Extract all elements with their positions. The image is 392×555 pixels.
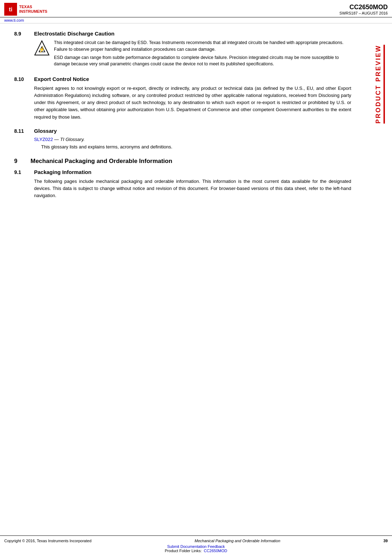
header: ti TEXAS INSTRUMENTS CC2650MOD SWRS187 –… [0, 0, 392, 17]
section-8-11-title: Glossary [34, 128, 57, 134]
section-9-1-body: The following pages include mechanical p… [34, 178, 351, 199]
section-9-1-heading: 9.1 Packaging Information [14, 169, 351, 175]
footer-copyright: Copyright © 2016, Texas Instruments Inco… [4, 539, 92, 543]
section-8-11-content: SLYZ022 — TI Glossary. This glossary lis… [34, 137, 351, 151]
esd-text-block: This integrated circuit can be damaged b… [54, 39, 351, 69]
product-name: CC2650MOD [339, 4, 388, 11]
section-8-10-heading: 8.10 Export Control Notice [14, 76, 351, 82]
logo-area: ti TEXAS INSTRUMENTS [4, 3, 47, 16]
section-8-11-number: 8.11 [14, 128, 28, 134]
section-9-1-content: The following pages include mechanical p… [34, 178, 351, 199]
esd-line1: This integrated circuit can be damaged b… [54, 39, 351, 53]
logo-line1: TEXAS [19, 5, 47, 9]
section-8-10-number: 8.10 [14, 76, 28, 82]
footer-page-number: 39 [383, 539, 388, 543]
logo-line2: INSTRUMENTS [19, 9, 47, 14]
section-9-1-number: 9.1 [14, 169, 28, 175]
section-8-10-body: Recipient agrees to not knowingly export… [34, 85, 351, 121]
header-right: CC2650MOD SWRS187 – AUGUST 2016 [339, 4, 388, 15]
section-9-title: Mechanical Packaging and Orderable Infor… [31, 158, 172, 165]
product-folder-label: Product Folder Links: [165, 549, 202, 553]
ti-logo-icon: ti [4, 3, 17, 16]
glossary-line: SLYZ022 — TI Glossary. [34, 137, 351, 142]
main-content: 8.9 Electrostatic Discharge Caution ⚠ ⚡ … [0, 23, 392, 213]
esd-warning-icon: ⚠ ⚡ [34, 40, 50, 56]
glossary-link-suffix: — TI Glossary. [53, 137, 84, 142]
svg-text:ti: ti [9, 6, 12, 12]
esd-warning: ⚠ ⚡ This integrated circuit can be damag… [34, 39, 351, 69]
product-folder-link[interactable]: CC2650MOD [204, 549, 227, 553]
section-9-heading: 9 Mechanical Packaging and Orderable Inf… [14, 158, 351, 165]
svg-text:⚡: ⚡ [38, 46, 45, 53]
section-8-11-heading: 8.11 Glossary [14, 128, 351, 134]
section-8-9-heading: 8.9 Electrostatic Discharge Caution [14, 31, 351, 37]
section-9-1-title: Packaging Information [34, 169, 92, 175]
footer-row1: Copyright © 2016, Texas Instruments Inco… [4, 539, 388, 543]
section-8-9-title: Electrostatic Discharge Caution [34, 31, 115, 37]
doc-number: SWRS187 – AUGUST 2016 [339, 11, 388, 15]
section-8-10-title: Export Control Notice [34, 76, 89, 82]
footer-row2: Submit Documentation Feedback [4, 544, 388, 549]
section-9-number: 9 [14, 158, 25, 164]
section-8-9-content: ⚠ ⚡ This integrated circuit can be damag… [34, 39, 351, 69]
website-link[interactable]: www.ti.com [4, 18, 24, 22]
page-body: 8.9 Electrostatic Discharge Caution ⚠ ⚡ … [0, 23, 372, 213]
subheader: www.ti.com [0, 17, 392, 23]
glossary-sub: This glossary lists and explains terms, … [41, 143, 351, 151]
slyz022-link[interactable]: SLYZ022 [34, 137, 53, 142]
footer-row3: Product Folder Links: CC2650MOD [4, 549, 388, 553]
side-banner: PRODUCT PREVIEW [372, 23, 387, 213]
submit-feedback-link[interactable]: Submit Documentation Feedback [167, 544, 225, 549]
section-8-10-content: Recipient agrees to not knowingly export… [34, 85, 351, 121]
side-banner-text: PRODUCT PREVIEW [375, 45, 385, 124]
footer-center-text: Mechanical Packaging and Orderable Infor… [194, 539, 280, 543]
logo-text: TEXAS INSTRUMENTS [19, 5, 47, 14]
section-8-9-number: 8.9 [14, 31, 28, 37]
esd-line2: ESD damage can range from subtle perform… [54, 54, 351, 68]
footer: Copyright © 2016, Texas Instruments Inco… [0, 535, 392, 555]
